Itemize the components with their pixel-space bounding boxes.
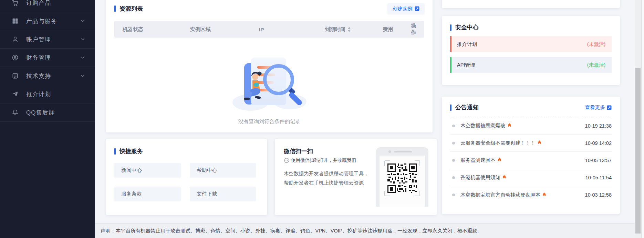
phone-mockup bbox=[376, 147, 428, 207]
announcements-header: 公告通知 查看更多 bbox=[450, 103, 612, 111]
hot-flame-icon bbox=[541, 192, 547, 198]
bullet-dot bbox=[452, 125, 455, 127]
sidebar-item-label: 推介计划 bbox=[26, 90, 85, 98]
sort-caret-icon bbox=[348, 27, 351, 32]
announcement-row[interactable]: 木空数据被恶意爆破 10-19 21:38 bbox=[450, 117, 612, 135]
security-center-card: 安全中心 推介计划 (未激活) API管理 (未激活) bbox=[442, 16, 620, 85]
announcement-time: 10-09 14:02 bbox=[585, 140, 612, 146]
announcement-title: 香港机器使用须知 bbox=[460, 174, 507, 181]
empty-search-illustration bbox=[226, 54, 312, 117]
empty-state-text: 没有查询到符合条件的记录 bbox=[238, 118, 300, 125]
announcement-row[interactable]: 木空数据宝塔官方自动挂载硬盘脚本 10-03 12:58 bbox=[450, 186, 612, 204]
security-header: 安全中心 bbox=[450, 23, 612, 31]
column-fee: 费用 bbox=[383, 26, 411, 33]
column-action: 操作 bbox=[411, 23, 416, 36]
sidebar-item-referral[interactable]: 推介计划 bbox=[0, 85, 95, 103]
announcement-time: 10-05 13:57 bbox=[585, 158, 612, 163]
status-badge: (未激活) bbox=[587, 62, 605, 68]
column-instance-region: 实例区域 bbox=[190, 26, 259, 33]
quick-service-help-center[interactable]: 帮助中心 bbox=[190, 163, 256, 178]
quick-service-terms[interactable]: 服务条款 bbox=[114, 187, 181, 201]
announcement-title: 云服务器安全组不需要创建！！！ bbox=[460, 140, 542, 146]
announcement-time: 10-19 21:38 bbox=[585, 123, 612, 129]
quick-services-card: 快捷服务 新闻中心 帮助中心 服务条款 文件下载 bbox=[106, 139, 267, 215]
create-instance-label: 创建实例 bbox=[393, 6, 413, 12]
wechat-scan-card: 微信扫一扫 使用微信扫码打开，并收藏我们 木空数据为开发者提供移动管理工具，帮助… bbox=[275, 139, 437, 215]
create-instance-button[interactable]: 创建实例 bbox=[388, 3, 424, 14]
main-content: 资源列表 创建实例 机器状态 实例区域 IP 到期时间 费用 操作 bbox=[95, 0, 635, 238]
wechat-description: 木空数据为开发者提供移动管理工具，帮助开发者在手机上快捷管理云资源 bbox=[284, 169, 372, 188]
quick-service-news-center[interactable]: 新闻中心 bbox=[114, 163, 181, 178]
announcement-time: 10-05 11:54 bbox=[585, 175, 612, 180]
hot-flame-icon bbox=[537, 140, 542, 146]
chevron-down-icon bbox=[80, 18, 85, 24]
announcement-time: 10-03 12:58 bbox=[585, 192, 612, 198]
announcements-title: 公告通知 bbox=[455, 103, 479, 111]
promote-icon bbox=[12, 91, 19, 98]
announcement-title: 木空数据被恶意爆破 bbox=[460, 122, 512, 129]
external-link-icon bbox=[415, 6, 419, 11]
cart-icon bbox=[12, 0, 19, 6]
sidebar-item-products-services[interactable]: 产品与服务 bbox=[0, 12, 95, 30]
sidebar-item-account[interactable]: 账户管理 bbox=[0, 30, 95, 49]
quick-service-downloads[interactable]: 文件下载 bbox=[190, 187, 256, 201]
sidebar-menu: 订购产品 产品与服务 账户管理 财务管理 bbox=[0, 0, 95, 122]
sidebar-item-qq-group[interactable]: QQ售后群 bbox=[0, 103, 95, 122]
sidebar: 订购产品 产品与服务 账户管理 财务管理 bbox=[0, 0, 95, 238]
hot-flame-icon bbox=[501, 174, 507, 180]
security-item-referral[interactable]: 推介计划 (未激活) bbox=[450, 36, 612, 52]
view-more-link[interactable]: 查看更多 bbox=[585, 104, 612, 111]
bell-icon bbox=[12, 109, 19, 116]
announcement-title-text: 香港机器使用须知 bbox=[460, 174, 500, 181]
security-item-label: API管理 bbox=[457, 62, 475, 68]
announcement-row[interactable]: 香港机器使用须知 10-05 11:54 bbox=[450, 169, 612, 186]
window-edge bbox=[641, 0, 644, 238]
sidebar-item-support[interactable]: 技术支持 bbox=[0, 67, 95, 85]
chevron-down-icon bbox=[80, 73, 85, 79]
announcement-title-text: 木空数据宝塔官方自动挂载硬盘脚本 bbox=[460, 192, 540, 198]
column-ip: IP bbox=[259, 27, 325, 32]
announcement-title-text: 木空数据被恶意爆破 bbox=[460, 122, 506, 129]
bullet-dot bbox=[452, 159, 455, 162]
resource-table-header: 机器状态 实例区域 IP 到期时间 费用 操作 bbox=[114, 21, 424, 38]
quick-services-grid: 新闻中心 帮助中心 服务条款 文件下载 bbox=[114, 163, 259, 201]
title-accent-bar bbox=[450, 105, 451, 111]
wechat-subtitle-row: 使用微信扫码打开，并收藏我们 bbox=[284, 157, 372, 163]
phone-camera-dot bbox=[388, 150, 391, 153]
title-accent-bar bbox=[114, 6, 116, 12]
view-more-label: 查看更多 bbox=[585, 104, 605, 111]
external-link-icon bbox=[607, 105, 612, 110]
security-title: 安全中心 bbox=[455, 23, 479, 31]
resource-card-header: 资源列表 创建实例 bbox=[114, 3, 424, 14]
column-expire-time-sortable[interactable]: 到期时间 bbox=[325, 26, 383, 33]
hot-flame-icon bbox=[497, 157, 502, 163]
qr-code bbox=[387, 163, 417, 193]
security-item-api[interactable]: API管理 (未激活) bbox=[450, 57, 612, 73]
sidebar-item-label: 订购产品 bbox=[26, 0, 85, 7]
announcement-title: 服务器测速脚本 bbox=[460, 157, 502, 163]
bullet-dot bbox=[452, 194, 455, 196]
announcement-title-text: 服务器测速脚本 bbox=[460, 157, 496, 163]
disclaimer-text: 声明：本平台所有机器禁止用于攻击测试、博彩、色情、空间、小说、外挂、病毒、诈骗、… bbox=[101, 228, 482, 234]
scrollbar-thumb[interactable] bbox=[635, 68, 641, 234]
wechat-subtitle: 使用微信扫码打开，并收藏我们 bbox=[291, 157, 356, 163]
scrollbar-track[interactable] bbox=[635, 0, 641, 238]
security-item-label: 推介计划 bbox=[457, 41, 477, 48]
resource-list-card: 资源列表 创建实例 机器状态 实例区域 IP 到期时间 费用 操作 bbox=[106, 0, 433, 132]
quick-services-header: 快捷服务 bbox=[114, 147, 259, 155]
card-partial-top bbox=[442, 0, 620, 8]
phone-screen bbox=[380, 156, 425, 207]
empty-state: 没有查询到符合条件的记录 bbox=[114, 38, 424, 141]
status-badge: (未激活) bbox=[587, 41, 605, 48]
grid-icon bbox=[12, 18, 19, 24]
chevron-down-icon bbox=[80, 55, 85, 60]
announcement-title-text: 云服务器安全组不需要创建！！！ bbox=[460, 140, 536, 146]
announcement-row[interactable]: 服务器测速脚本 10-05 13:57 bbox=[450, 152, 612, 169]
sidebar-item-order-product[interactable]: 订购产品 bbox=[0, 0, 95, 12]
announcement-row[interactable]: 云服务器安全组不需要创建！！！ 10-09 14:02 bbox=[450, 135, 612, 152]
hot-flame-icon bbox=[507, 122, 512, 128]
sidebar-item-finance[interactable]: 财务管理 bbox=[0, 49, 95, 67]
sidebar-item-label: 技术支持 bbox=[26, 72, 80, 80]
sidebar-item-label: 财务管理 bbox=[26, 54, 80, 62]
bullet-dot bbox=[452, 142, 455, 145]
